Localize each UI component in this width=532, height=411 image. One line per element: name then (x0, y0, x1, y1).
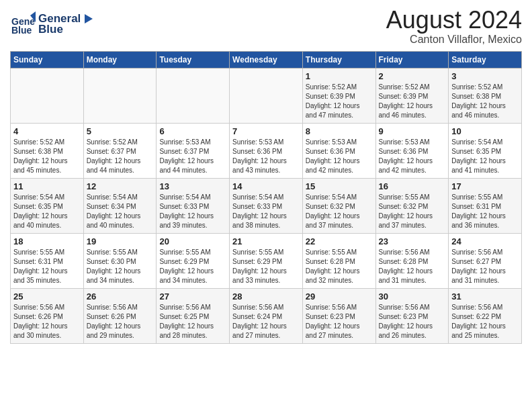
calendar-cell: 16Sunrise: 5:55 AM Sunset: 6:32 PM Dayli… (375, 178, 449, 233)
day-number: 12 (87, 181, 154, 191)
day-info: Sunrise: 5:53 AM Sunset: 6:36 PM Dayligh… (306, 138, 360, 174)
day-info: Sunrise: 5:53 AM Sunset: 6:37 PM Dayligh… (159, 138, 214, 174)
day-info: Sunrise: 5:56 AM Sunset: 6:24 PM Dayligh… (232, 304, 287, 339)
calendar-subtitle: Canton Villaflor, Mexico (386, 34, 522, 46)
calendar-cell (230, 68, 303, 123)
day-number: 31 (451, 291, 519, 302)
day-number: 11 (13, 181, 81, 191)
calendar-table: SundayMondayTuesdayWednesdayThursdayFrid… (10, 51, 522, 344)
day-info: Sunrise: 5:55 AM Sunset: 6:30 PM Dayligh… (87, 248, 141, 284)
day-info: Sunrise: 5:52 AM Sunset: 6:37 PM Dayligh… (87, 138, 141, 174)
day-number: 21 (232, 236, 300, 246)
calendar-cell: 15Sunrise: 5:54 AM Sunset: 6:32 PM Dayli… (302, 178, 375, 233)
calendar-cell: 2Sunrise: 5:52 AM Sunset: 6:39 PM Daylig… (375, 68, 449, 123)
day-info: Sunrise: 5:52 AM Sunset: 6:39 PM Dayligh… (306, 83, 360, 119)
calendar-cell: 22Sunrise: 5:55 AM Sunset: 6:28 PM Dayli… (302, 233, 375, 288)
header-thursday: Thursday (302, 51, 375, 68)
logo-arrow-icon (82, 13, 94, 25)
calendar-cell: 31Sunrise: 5:56 AM Sunset: 6:22 PM Dayli… (449, 288, 522, 343)
day-info: Sunrise: 5:54 AM Sunset: 6:35 PM Dayligh… (451, 138, 506, 174)
day-info: Sunrise: 5:52 AM Sunset: 6:39 PM Dayligh… (379, 83, 433, 119)
day-info: Sunrise: 5:52 AM Sunset: 6:38 PM Dayligh… (451, 83, 506, 119)
calendar-cell: 28Sunrise: 5:56 AM Sunset: 6:24 PM Dayli… (230, 288, 303, 343)
day-number: 24 (451, 236, 519, 246)
day-info: Sunrise: 5:55 AM Sunset: 6:31 PM Dayligh… (451, 193, 506, 229)
logo: General Blue General Blue (10, 10, 94, 38)
calendar-cell: 27Sunrise: 5:56 AM Sunset: 6:25 PM Dayli… (157, 288, 230, 343)
header-tuesday: Tuesday (157, 51, 230, 68)
calendar-title: August 2024 (386, 7, 522, 34)
day-number: 16 (379, 181, 446, 191)
day-number: 23 (379, 236, 446, 246)
day-number: 26 (87, 291, 154, 302)
title-block: August 2024 Canton Villaflor, Mexico (386, 7, 522, 46)
calendar-cell: 9Sunrise: 5:53 AM Sunset: 6:36 PM Daylig… (375, 123, 449, 178)
day-info: Sunrise: 5:54 AM Sunset: 6:32 PM Dayligh… (306, 193, 360, 229)
calendar-cell: 23Sunrise: 5:56 AM Sunset: 6:28 PM Dayli… (375, 233, 449, 288)
calendar-cell: 8Sunrise: 5:53 AM Sunset: 6:36 PM Daylig… (302, 123, 375, 178)
calendar-cell: 30Sunrise: 5:56 AM Sunset: 6:23 PM Dayli… (375, 288, 449, 343)
calendar-cell: 6Sunrise: 5:53 AM Sunset: 6:37 PM Daylig… (157, 123, 230, 178)
calendar-cell (83, 68, 157, 123)
day-info: Sunrise: 5:54 AM Sunset: 6:35 PM Dayligh… (13, 193, 68, 229)
calendar-cell: 14Sunrise: 5:54 AM Sunset: 6:33 PM Dayli… (230, 178, 303, 233)
day-number: 29 (306, 291, 373, 302)
calendar-cell: 1Sunrise: 5:52 AM Sunset: 6:39 PM Daylig… (302, 68, 375, 123)
calendar-week-row: 11Sunrise: 5:54 AM Sunset: 6:35 PM Dayli… (11, 178, 522, 233)
calendar-cell (11, 68, 84, 123)
calendar-cell: 17Sunrise: 5:55 AM Sunset: 6:31 PM Dayli… (449, 178, 522, 233)
day-number: 28 (232, 291, 300, 302)
day-number: 3 (451, 71, 519, 81)
day-info: Sunrise: 5:56 AM Sunset: 6:26 PM Dayligh… (13, 304, 68, 339)
day-info: Sunrise: 5:56 AM Sunset: 6:26 PM Dayligh… (87, 304, 141, 339)
calendar-cell: 11Sunrise: 5:54 AM Sunset: 6:35 PM Dayli… (11, 178, 84, 233)
calendar-cell (157, 68, 230, 123)
day-number: 1 (306, 71, 373, 81)
calendar-week-row: 1Sunrise: 5:52 AM Sunset: 6:39 PM Daylig… (11, 68, 522, 123)
header-friday: Friday (375, 51, 449, 68)
day-info: Sunrise: 5:54 AM Sunset: 6:34 PM Dayligh… (87, 193, 141, 229)
day-number: 4 (13, 126, 81, 136)
calendar-week-row: 25Sunrise: 5:56 AM Sunset: 6:26 PM Dayli… (11, 288, 522, 343)
svg-marker-3 (85, 14, 93, 24)
calendar-cell: 12Sunrise: 5:54 AM Sunset: 6:34 PM Dayli… (83, 178, 157, 233)
day-number: 13 (159, 181, 226, 191)
calendar-cell: 3Sunrise: 5:52 AM Sunset: 6:38 PM Daylig… (449, 68, 522, 123)
calendar-cell: 5Sunrise: 5:52 AM Sunset: 6:37 PM Daylig… (83, 123, 157, 178)
day-number: 14 (232, 181, 300, 191)
header-saturday: Saturday (449, 51, 522, 68)
day-number: 15 (306, 181, 373, 191)
day-number: 19 (87, 236, 154, 246)
day-number: 10 (451, 126, 519, 136)
day-info: Sunrise: 5:55 AM Sunset: 6:29 PM Dayligh… (159, 248, 214, 284)
calendar-cell: 21Sunrise: 5:55 AM Sunset: 6:29 PM Dayli… (230, 233, 303, 288)
calendar-cell: 29Sunrise: 5:56 AM Sunset: 6:23 PM Dayli… (302, 288, 375, 343)
day-info: Sunrise: 5:55 AM Sunset: 6:31 PM Dayligh… (13, 248, 68, 284)
header-wednesday: Wednesday (230, 51, 303, 68)
calendar-cell: 26Sunrise: 5:56 AM Sunset: 6:26 PM Dayli… (83, 288, 157, 343)
day-info: Sunrise: 5:52 AM Sunset: 6:38 PM Dayligh… (13, 138, 68, 174)
day-info: Sunrise: 5:54 AM Sunset: 6:33 PM Dayligh… (232, 193, 287, 229)
day-number: 20 (159, 236, 226, 246)
day-number: 25 (13, 291, 81, 302)
page: General Blue General Blue Aug (0, 0, 532, 354)
day-number: 22 (306, 236, 373, 246)
svg-text:Blue: Blue (11, 25, 32, 36)
calendar-week-row: 18Sunrise: 5:55 AM Sunset: 6:31 PM Dayli… (11, 233, 522, 288)
day-number: 27 (159, 291, 226, 302)
day-number: 30 (379, 291, 446, 302)
day-info: Sunrise: 5:56 AM Sunset: 6:25 PM Dayligh… (159, 304, 214, 339)
header-monday: Monday (83, 51, 157, 68)
calendar-cell: 18Sunrise: 5:55 AM Sunset: 6:31 PM Dayli… (11, 233, 84, 288)
calendar-cell: 4Sunrise: 5:52 AM Sunset: 6:38 PM Daylig… (11, 123, 84, 178)
day-info: Sunrise: 5:56 AM Sunset: 6:23 PM Dayligh… (379, 304, 433, 339)
calendar-cell: 20Sunrise: 5:55 AM Sunset: 6:29 PM Dayli… (157, 233, 230, 288)
day-number: 18 (13, 236, 81, 246)
day-number: 8 (306, 126, 373, 136)
day-info: Sunrise: 5:56 AM Sunset: 6:27 PM Dayligh… (451, 248, 506, 284)
calendar-cell: 7Sunrise: 5:53 AM Sunset: 6:36 PM Daylig… (230, 123, 303, 178)
calendar-cell: 19Sunrise: 5:55 AM Sunset: 6:30 PM Dayli… (83, 233, 157, 288)
day-info: Sunrise: 5:53 AM Sunset: 6:36 PM Dayligh… (379, 138, 433, 174)
calendar-header-row: SundayMondayTuesdayWednesdayThursdayFrid… (11, 51, 522, 68)
calendar-cell: 24Sunrise: 5:56 AM Sunset: 6:27 PM Dayli… (449, 233, 522, 288)
